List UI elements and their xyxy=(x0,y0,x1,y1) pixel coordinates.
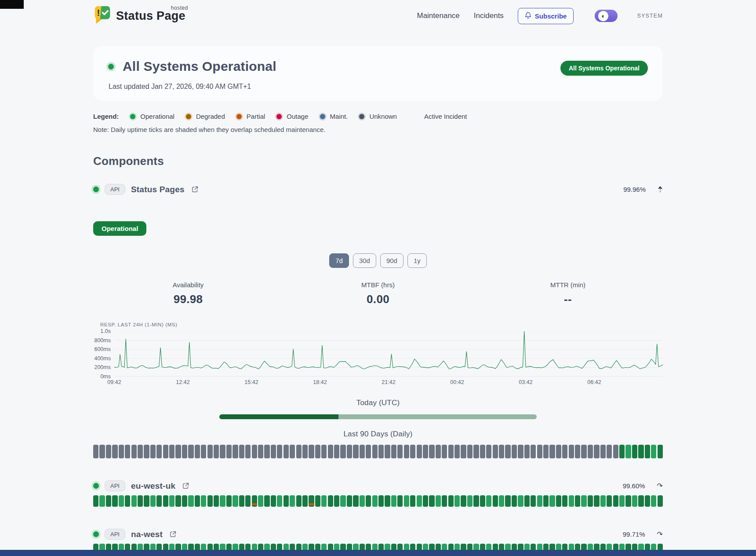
uptime-day-tick[interactable] xyxy=(233,495,238,507)
uptime-day-tick[interactable] xyxy=(549,495,555,507)
uptime-day-tick[interactable] xyxy=(448,495,454,507)
uptime-day-tick[interactable] xyxy=(296,495,302,507)
uptime-day-tick[interactable] xyxy=(321,445,327,458)
uptime-day-tick[interactable] xyxy=(461,445,466,458)
uptime-day-tick[interactable] xyxy=(309,495,314,507)
uptime-day-tick[interactable] xyxy=(207,445,213,458)
uptime-day-tick[interactable] xyxy=(220,495,225,507)
uptime-day-tick[interactable] xyxy=(473,495,479,507)
uptime-day-tick[interactable] xyxy=(315,495,320,507)
range-button-7d[interactable]: 7d xyxy=(329,253,349,268)
uptime-day-tick[interactable] xyxy=(309,445,314,458)
uptime-day-tick[interactable] xyxy=(651,495,656,507)
uptime-day-tick[interactable] xyxy=(302,495,308,507)
uptime-day-tick[interactable] xyxy=(378,495,384,507)
uptime-day-tick[interactable] xyxy=(613,495,618,507)
uptime-day-tick[interactable] xyxy=(156,495,162,507)
uptime-day-tick[interactable] xyxy=(505,495,510,507)
logo[interactable]: ! Status Page hosted xyxy=(93,5,185,26)
uptime-day-tick[interactable] xyxy=(125,495,130,507)
uptime-day-tick[interactable] xyxy=(658,445,663,458)
uptime-day-tick[interactable] xyxy=(372,495,378,507)
uptime-day-tick[interactable] xyxy=(258,445,263,458)
uptime-day-tick[interactable] xyxy=(645,445,650,458)
uptime-day-tick[interactable] xyxy=(594,495,599,507)
uptime-day-tick[interactable] xyxy=(188,445,193,458)
uptime-day-tick[interactable] xyxy=(277,445,282,458)
uptime-day-tick[interactable] xyxy=(391,445,396,458)
uptime-day-tick[interactable] xyxy=(334,445,339,458)
uptime-day-tick[interactable] xyxy=(290,495,295,507)
uptime-day-tick[interactable] xyxy=(588,495,593,507)
uptime-day-tick[interactable] xyxy=(239,445,244,458)
uptime-day-tick[interactable] xyxy=(454,445,460,458)
uptime-day-tick[interactable] xyxy=(169,495,174,507)
uptime-day-tick[interactable] xyxy=(138,495,143,507)
uptime-day-tick[interactable] xyxy=(619,445,625,458)
uptime-day-tick[interactable] xyxy=(112,495,117,507)
uptime-day-tick[interactable] xyxy=(207,495,213,507)
uptime-day-tick[interactable] xyxy=(372,445,378,458)
uptime-day-tick[interactable] xyxy=(625,445,631,458)
range-button-90d[interactable]: 90d xyxy=(380,253,403,268)
range-button-1y[interactable]: 1y xyxy=(407,253,427,268)
uptime-day-tick[interactable] xyxy=(632,445,637,458)
uptime-day-tick[interactable] xyxy=(131,445,137,458)
uptime-day-tick[interactable] xyxy=(556,495,561,507)
uptime-day-tick[interactable] xyxy=(284,445,289,458)
uptime-day-tick[interactable] xyxy=(404,495,409,507)
uptime-day-tick[interactable] xyxy=(423,495,428,507)
subscribe-button[interactable]: Subscribe xyxy=(518,8,574,24)
uptime-day-tick[interactable] xyxy=(328,445,333,458)
uptime-day-tick[interactable] xyxy=(175,495,181,507)
theme-toggle[interactable]: ◐ xyxy=(595,10,618,22)
uptime-day-tick[interactable] xyxy=(410,445,415,458)
uptime-day-tick[interactable] xyxy=(429,445,434,458)
uptime-day-tick[interactable] xyxy=(607,495,612,507)
uptime-day-tick[interactable] xyxy=(195,445,200,458)
uptime-day-tick[interactable] xyxy=(404,445,409,458)
uptime-day-tick[interactable] xyxy=(537,495,542,507)
uptime-day-tick[interactable] xyxy=(638,445,643,458)
uptime-day-tick[interactable] xyxy=(334,495,339,507)
uptime-day-tick[interactable] xyxy=(119,495,124,507)
uptime-day-tick[interactable] xyxy=(645,495,650,507)
uptime-day-tick[interactable] xyxy=(144,445,149,458)
uptime-day-tick[interactable] xyxy=(150,445,156,458)
external-link-icon[interactable] xyxy=(191,186,199,193)
uptime-day-tick[interactable] xyxy=(594,445,599,458)
uptime-day-tick[interactable] xyxy=(366,445,371,458)
uptime-day-tick[interactable] xyxy=(448,445,454,458)
uptime-day-tick[interactable] xyxy=(632,495,637,507)
uptime-day-tick[interactable] xyxy=(518,445,523,458)
uptime-day-tick[interactable] xyxy=(537,445,542,458)
uptime-day-tick[interactable] xyxy=(613,445,618,458)
uptime-day-tick[interactable] xyxy=(397,445,403,458)
uptime-day-tick[interactable] xyxy=(99,445,105,458)
uptime-day-tick[interactable] xyxy=(271,445,276,458)
uptime-day-tick[interactable] xyxy=(499,495,504,507)
uptime-day-tick[interactable] xyxy=(480,445,485,458)
uptime-day-tick[interactable] xyxy=(188,495,193,507)
uptime-day-tick[interactable] xyxy=(600,495,606,507)
expand-arrow-icon[interactable]: ↷ xyxy=(657,483,663,490)
uptime-day-tick[interactable] xyxy=(543,495,549,507)
uptime-day-tick[interactable] xyxy=(467,445,472,458)
uptime-day-tick[interactable] xyxy=(328,495,333,507)
expand-arrow-icon[interactable]: ↷ xyxy=(657,531,663,538)
uptime-day-tick[interactable] xyxy=(588,445,593,458)
external-link-icon[interactable] xyxy=(182,482,189,490)
uptime-day-tick[interactable] xyxy=(233,445,238,458)
uptime-day-tick[interactable] xyxy=(417,445,422,458)
uptime-day-tick[interactable] xyxy=(201,445,206,458)
component-header-row[interactable]: API Status Pages 99.96% xyxy=(93,184,663,195)
uptime-day-tick[interactable] xyxy=(163,445,168,458)
component-header-row[interactable]: API na-west 99.71% ↷ xyxy=(93,529,663,540)
uptime-day-tick[interactable] xyxy=(486,445,491,458)
uptime-day-tick[interactable] xyxy=(512,445,517,458)
uptime-day-tick[interactable] xyxy=(93,445,98,458)
uptime-day-tick[interactable] xyxy=(239,495,244,507)
uptime-day-tick[interactable] xyxy=(385,445,390,458)
uptime-day-tick[interactable] xyxy=(391,495,396,507)
uptime-day-tick[interactable] xyxy=(353,495,358,507)
